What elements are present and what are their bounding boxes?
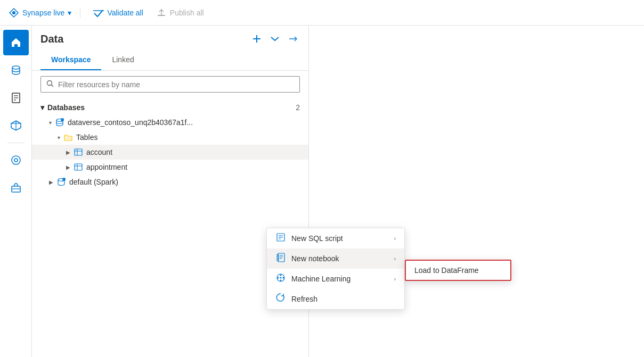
- account-label: account: [86, 148, 112, 156]
- appointment-label: appointment: [86, 163, 127, 171]
- sidebar-item-home[interactable]: [3, 30, 29, 55]
- svg-point-46: [283, 277, 284, 279]
- publish-all-button[interactable]: Publish all: [152, 5, 208, 20]
- tree-item-dataverse[interactable]: ▾ * dataverse_contoso_unq2b40367a1f...: [32, 115, 308, 130]
- dropdown-icon: ▾: [68, 9, 71, 17]
- sql-script-chevron: ›: [394, 236, 396, 242]
- account-chevron: ▶: [66, 150, 70, 155]
- data-panel-actions: [250, 32, 300, 46]
- top-bar: Synapse live ▾ Validate all Publish all: [0, 0, 644, 26]
- svg-point-20: [47, 81, 52, 86]
- ml-chevron: ›: [394, 276, 396, 282]
- search-box[interactable]: [40, 76, 300, 93]
- context-menu-sql-script[interactable]: New SQL script ›: [267, 228, 404, 248]
- synapse-label: Synapse live: [22, 9, 64, 17]
- svg-point-11: [12, 156, 20, 164]
- svg-point-1: [12, 11, 15, 14]
- svg-rect-28: [75, 164, 82, 170]
- data-panel-title: Data: [40, 33, 63, 45]
- notebook-icon: [275, 253, 286, 264]
- tabs: Workspace Linked: [32, 50, 308, 71]
- context-menu-ml[interactable]: Machine Learning ›: [267, 269, 404, 289]
- databases-label: Databases: [47, 103, 85, 112]
- sub-menu: Load to DataFrame: [405, 260, 511, 281]
- databases-section-left: ▾ Databases: [40, 103, 85, 112]
- tab-workspace[interactable]: Workspace: [40, 50, 101, 70]
- validate-all-button[interactable]: Validate all: [89, 5, 147, 20]
- ml-icon: [275, 273, 286, 285]
- load-dataframe-label: Load to DataFrame: [414, 266, 479, 275]
- dataverse-chevron: ▾: [49, 120, 52, 126]
- sql-script-icon: [275, 233, 286, 244]
- tables-chevron: ▾: [58, 135, 60, 140]
- context-menu-refresh[interactable]: Refresh: [267, 289, 404, 309]
- sub-menu-load-dataframe[interactable]: Load to DataFrame: [406, 261, 510, 280]
- context-menu-notebook[interactable]: New notebook ›: [267, 248, 404, 269]
- table-icon: [74, 147, 83, 157]
- sidebar-item-monitor[interactable]: [3, 147, 29, 173]
- databases-count: 2: [296, 103, 300, 112]
- tree-item-appointment[interactable]: ▶ appointment: [32, 160, 308, 175]
- svg-point-12: [14, 159, 18, 162]
- tree-item-account[interactable]: ▶ account: [32, 145, 308, 160]
- spark-label: default (Spark): [69, 178, 118, 186]
- tables-label: Tables: [76, 133, 97, 142]
- appointment-chevron: ▶: [66, 164, 70, 170]
- icon-separator: [7, 143, 25, 143]
- dataverse-label: dataverse_contoso_unq2b40367a1f...: [68, 118, 193, 127]
- svg-rect-38: [278, 253, 284, 262]
- search-icon: [46, 80, 54, 89]
- data-panel: Data Workspace Linked: [32, 26, 309, 357]
- refresh-label: Refresh: [291, 295, 317, 303]
- sidebar-item-database[interactable]: [3, 57, 29, 83]
- folder-icon: [63, 132, 73, 142]
- svg-point-44: [278, 277, 279, 279]
- svg-point-48: [280, 277, 282, 279]
- tree-item-default-spark[interactable]: ▶ * default (Spark): [32, 175, 308, 189]
- spark-chevron: ▶: [49, 179, 53, 185]
- context-menu: New SQL script › New: [266, 228, 405, 310]
- svg-point-45: [280, 275, 282, 276]
- table-icon-2: [74, 162, 83, 172]
- svg-line-21: [52, 85, 54, 87]
- data-panel-header: Data: [32, 26, 308, 50]
- tree-item-tables[interactable]: ▾ Tables: [32, 130, 308, 145]
- expand-button[interactable]: [268, 32, 282, 46]
- svg-point-47: [280, 280, 282, 281]
- tab-linked[interactable]: Linked: [101, 50, 144, 70]
- collapse-button[interactable]: [286, 32, 300, 46]
- sidebar-item-document[interactable]: [3, 85, 29, 111]
- divider: [80, 7, 80, 18]
- sidebar-item-toolbox[interactable]: [3, 175, 29, 201]
- publish-label: Publish all: [170, 9, 204, 17]
- search-input[interactable]: [58, 80, 294, 89]
- svg-rect-25: [75, 149, 82, 155]
- dataverse-icon: *: [55, 118, 64, 127]
- sidebar-item-package[interactable]: [3, 113, 29, 138]
- sql-script-label: New SQL script: [291, 234, 343, 243]
- add-button[interactable]: [250, 32, 264, 46]
- notebook-chevron: ›: [394, 256, 396, 262]
- validate-label: Validate all: [107, 9, 143, 17]
- ml-label: Machine Learning: [291, 275, 350, 283]
- main-layout: Data Workspace Linked: [0, 26, 644, 357]
- refresh-icon: [275, 293, 286, 305]
- databases-section[interactable]: ▾ Databases 2: [32, 100, 308, 115]
- synapse-live-button[interactable]: Synapse live ▾: [9, 7, 71, 18]
- svg-rect-3: [158, 15, 165, 16]
- svg-point-4: [12, 66, 20, 69]
- databases-chevron: ▾: [40, 103, 44, 112]
- spark-db-icon: *: [56, 177, 66, 187]
- icon-bar: [0, 26, 32, 357]
- notebook-label: New notebook: [291, 254, 339, 263]
